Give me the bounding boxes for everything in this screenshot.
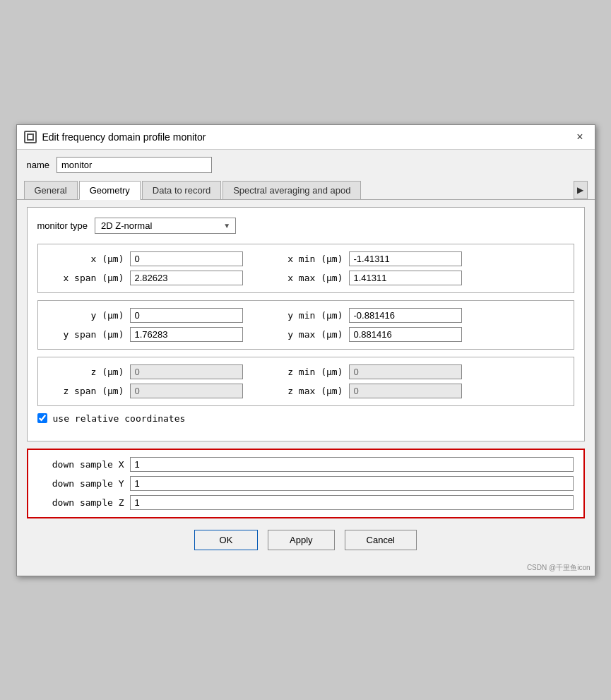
y-span-row: y span (μm) y max (μm) [45,327,566,342]
name-row: name [17,150,595,180]
x-min-right: x min (μm) [257,251,462,266]
downsample-x-label: down sample X [38,459,130,470]
z-span-label: z span (μm) [45,386,130,396]
monitor-type-row: monitor type 2D X-normal 2D Y-normal 2D … [37,218,574,234]
z-span-input[interactable] [130,384,243,398]
z-max-label: z max (μm) [257,386,349,396]
y-max-label: y max (μm) [257,329,349,340]
z-min-label: z min (μm) [257,367,349,377]
z-span-row: z span (μm) z max (μm) [45,384,566,398]
z-max-input[interactable] [349,384,462,398]
dialog-title: Edit frequency domain profile monitor [42,131,206,143]
watermark: CSDN @千里鱼icon [17,562,595,576]
tabs-row: General Geometry Data to record Spectral… [17,180,595,200]
downsample-y-label: down sample Y [38,478,130,489]
x-max-right: x max (μm) [257,271,462,285]
cancel-label: Cancel [367,535,395,545]
y-min-right: y min (μm) [257,308,462,323]
downsample-z-input[interactable] [130,495,574,510]
downsample-group: down sample X down sample Y down sample … [27,449,585,518]
downsample-x-input[interactable] [130,457,574,472]
name-input[interactable] [57,157,212,173]
y-row: y (μm) y min (μm) [45,308,566,323]
z-max-right: z max (μm) [257,384,462,398]
use-relative-label[interactable]: use relative coordinates [53,413,186,424]
z-coord-group: z (μm) z min (μm) z span (μm) z max (μm) [37,357,574,406]
tab-data-to-record[interactable]: Data to record [142,181,221,199]
buttons-row: OK Apply Cancel [17,518,595,562]
y-span-input[interactable] [130,327,243,342]
downsample-z-row: down sample Z [38,495,574,510]
x-span-input[interactable] [130,271,243,285]
downsample-y-row: down sample Y [38,476,574,491]
z-min-input[interactable] [349,364,462,379]
z-input[interactable] [130,364,243,379]
y-input[interactable] [130,308,243,323]
close-button[interactable]: × [572,129,587,145]
apply-label: Apply [290,535,313,545]
y-span-label: y span (μm) [45,329,130,340]
z-min-right: z min (μm) [257,364,462,379]
z-row: z (μm) z min (μm) [45,364,566,379]
x-input[interactable] [130,251,243,266]
monitor-type-select-wrapper: 2D X-normal 2D Y-normal 2D Z-normal Line… [95,218,236,234]
dialog: Edit frequency domain profile monitor × … [16,124,595,576]
tab-spectral[interactable]: Spectral averaging and apod [223,181,361,199]
monitor-type-select[interactable]: 2D X-normal 2D Y-normal 2D Z-normal Line… [95,218,236,234]
x-label: x (μm) [45,254,130,264]
x-min-label: x min (μm) [257,254,349,264]
use-relative-checkbox[interactable] [37,413,47,423]
monitor-type-label: monitor type [37,220,88,231]
tab-geometry[interactable]: Geometry [79,181,141,200]
cancel-button[interactable]: Cancel [345,530,417,550]
downsample-z-label: down sample Z [38,497,130,508]
title-bar: Edit frequency domain profile monitor × [17,125,595,150]
tab-scroll-button[interactable]: ▶ [574,181,588,199]
x-coord-group: x (μm) x min (μm) x span (μm) x max (μm) [37,244,574,293]
tab-general[interactable]: General [24,181,78,199]
y-label: y (μm) [45,310,130,321]
x-min-input[interactable] [349,251,462,266]
checkbox-row: use relative coordinates [37,413,574,424]
y-min-input[interactable] [349,308,462,323]
downsample-y-input[interactable] [130,476,574,491]
name-label: name [27,160,50,170]
content-area: monitor type 2D X-normal 2D Y-normal 2D … [27,207,585,441]
x-span-row: x span (μm) x max (μm) [45,271,566,285]
y-coord-group: y (μm) y min (μm) y span (μm) y max (μm) [37,300,574,350]
title-bar-left: Edit frequency domain profile monitor [24,131,206,143]
z-label: z (μm) [45,367,130,377]
x-max-input[interactable] [349,271,462,285]
ok-label: OK [220,535,233,545]
app-icon-inner [27,134,34,141]
downsample-x-row: down sample X [38,457,574,472]
apply-button[interactable]: Apply [268,530,335,550]
y-max-right: y max (μm) [257,327,462,342]
y-max-input[interactable] [349,327,462,342]
app-icon [24,131,37,143]
y-min-label: y min (μm) [257,310,349,321]
x-max-label: x max (μm) [257,273,349,283]
x-span-label: x span (μm) [45,273,130,283]
x-row: x (μm) x min (μm) [45,251,566,266]
ok-button[interactable]: OK [194,530,258,550]
